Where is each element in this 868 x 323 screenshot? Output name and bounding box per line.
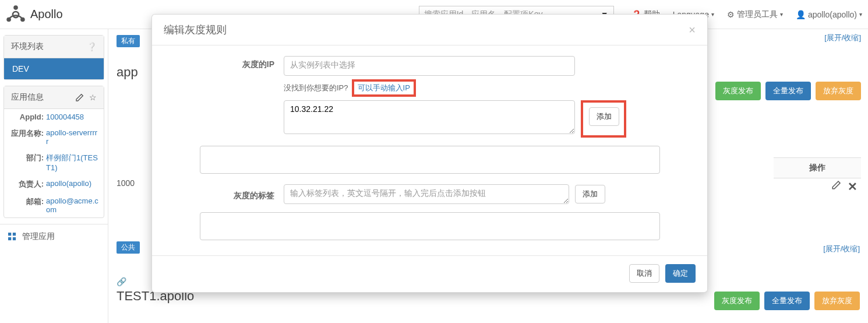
ok-button[interactable]: 确定	[665, 264, 696, 283]
ip-select[interactable]: 从实例列表中选择	[284, 56, 575, 76]
modal-header: 编辑灰度规则 ×	[152, 15, 707, 45]
manual-ip-link[interactable]: 可以手动输入IP	[358, 83, 410, 92]
edit-gray-rule-modal: 编辑灰度规则 × 灰度的IP 从实例列表中选择 没找到你想要的IP? 可以手动输…	[151, 14, 708, 293]
ip-textarea[interactable]	[284, 100, 575, 134]
ip-hint: 没找到你想要的IP? 可以手动输入IP	[284, 79, 692, 97]
gray-tag-label: 灰度的标签	[167, 187, 284, 201]
tag-chips-area	[200, 212, 660, 240]
close-icon[interactable]: ×	[689, 23, 696, 37]
gray-ip-label: 灰度的IP	[167, 56, 284, 70]
ip-hint-question: 没找到你想要的IP?	[284, 83, 348, 93]
modal-footer: 取消 确定	[152, 255, 707, 283]
ip-chips-area	[200, 146, 660, 174]
add-tag-button[interactable]: 添加	[575, 185, 605, 203]
cancel-button[interactable]: 取消	[629, 264, 659, 283]
modal-title: 编辑灰度规则	[164, 23, 227, 37]
gray-tag-row: 灰度的标签 添加	[167, 184, 692, 204]
modal-body: 灰度的IP 从实例列表中选择 没找到你想要的IP? 可以手动输入IP 添加	[152, 45, 707, 255]
highlight-box-link: 可以手动输入IP	[352, 79, 416, 97]
gray-ip-row: 灰度的IP 从实例列表中选择 没找到你想要的IP? 可以手动输入IP 添加	[167, 56, 692, 138]
highlight-box-add: 添加	[581, 100, 626, 138]
add-ip-button[interactable]: 添加	[589, 107, 619, 126]
tag-textarea[interactable]	[284, 184, 569, 204]
